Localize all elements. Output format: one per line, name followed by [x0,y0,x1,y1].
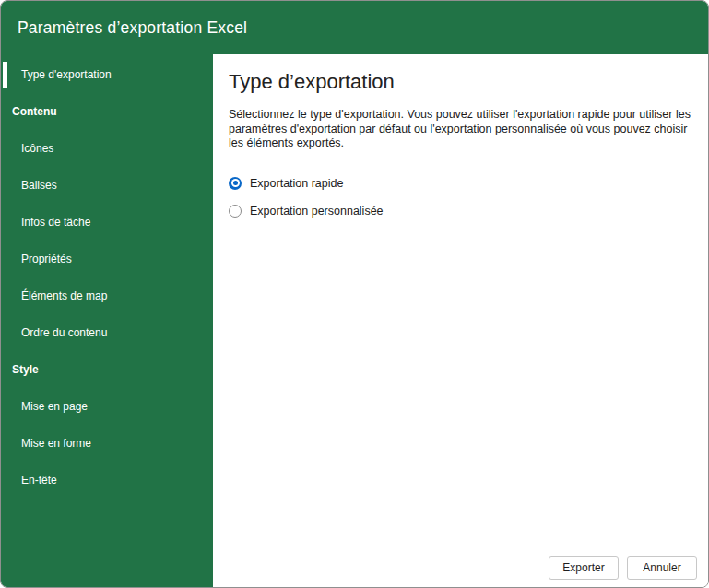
sidebar-item-label: En-tête [21,474,57,487]
excel-export-settings-dialog: Paramètres d’exportation Excel Type d'ex… [0,0,709,588]
sidebar-section-style: Style [1,351,213,388]
sidebar-item-label: Ordre du contenu [21,326,107,339]
radio-exportation-rapide[interactable]: Exportation rapide [229,170,693,197]
sidebar-item-proprietes[interactable]: Propriétés [1,241,213,277]
radio-selected-icon[interactable] [229,177,242,190]
export-button[interactable]: Exporter [549,556,619,580]
dialog-title: Paramètres d’exportation Excel [18,18,247,38]
dialog-header: Paramètres d’exportation Excel [1,1,708,54]
sidebar-section-label: Style [12,363,39,376]
sidebar-item-elements-de-map[interactable]: Éléments de map [1,277,213,314]
radio-exportation-personnalisee[interactable]: Exportation personnalisée [229,197,693,225]
sidebar-item-label: Balises [21,179,57,192]
sidebar-item-label: Mise en page [21,400,88,413]
dialog-body: Type d'exportation Contenu Icônes Balise… [1,54,708,588]
sidebar-item-label: Mise en forme [21,437,91,450]
sidebar-item-ordre-du-contenu[interactable]: Ordre du contenu [1,314,213,351]
sidebar-item-label: Type d'exportation [21,68,112,81]
radio-label: Exportation personnalisée [250,205,384,218]
dialog-footer: Exporter Annuler [549,556,697,580]
radio-dot [233,181,238,185]
sidebar-item-label: Propriétés [21,253,72,265]
sidebar-item-mise-en-forme[interactable]: Mise en forme [1,425,213,462]
settings-content-panel: Type d’exportation Sélectionnez le type … [213,54,708,588]
sidebar-item-balises[interactable]: Balises [1,167,213,204]
sidebar-item-icones[interactable]: Icônes [1,130,213,167]
sidebar-item-mise-en-page[interactable]: Mise en page [1,388,213,425]
sidebar-item-type-exportation[interactable]: Type d'exportation [1,56,213,93]
sidebar-section-contenu: Contenu [1,93,213,130]
page-description: Sélectionnez le type d'exportation. Vous… [229,108,693,151]
sidebar-item-label: Infos de tâche [21,216,90,229]
radio-label: Exportation rapide [250,177,343,190]
sidebar-item-infos-de-tache[interactable]: Infos de tâche [1,204,213,241]
page-title: Type d’exportation [229,70,693,94]
radio-inner-ring [231,179,240,187]
sidebar-item-label: Éléments de map [21,289,107,302]
cancel-button[interactable]: Annuler [627,556,697,580]
sidebar-item-label: Icônes [21,142,53,155]
sidebar-item-en-tete[interactable]: En-tête [1,462,213,499]
selected-indicator-bar [3,62,7,88]
radio-unselected-icon[interactable] [229,205,242,218]
settings-sidebar: Type d'exportation Contenu Icônes Balise… [1,54,213,588]
sidebar-section-label: Contenu [12,105,57,118]
